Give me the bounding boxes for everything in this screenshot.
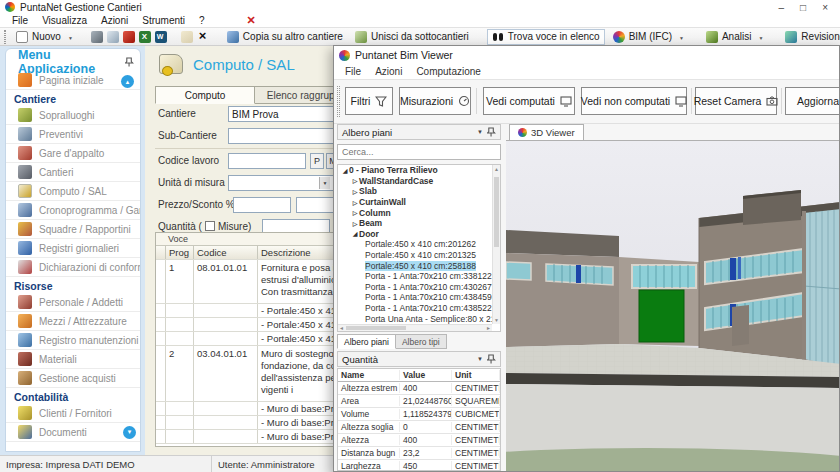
toolbar-close-icon[interactable]: ✕ [247, 14, 256, 27]
sidebar-item-dichiarazioni[interactable]: Dichiarazioni di conformità [6, 258, 140, 277]
revisione-button[interactable]: Revisione [781, 30, 840, 44]
bim-ifc-button[interactable]: BIM (IFC) [609, 30, 688, 44]
sidebar-item-cronoprogramma[interactable]: Cronoprogramma / Gantt [6, 201, 140, 220]
expander-icon[interactable]: ▷ [351, 177, 359, 184]
codice-p-button[interactable]: P [310, 153, 324, 169]
open-folder-icon[interactable] [181, 31, 193, 43]
sidebar-item-registri-giornalieri[interactable]: Registri giornalieri [6, 239, 140, 258]
tree-horizontal-scrollbar[interactable]: ◄► [338, 324, 492, 331]
sconto-input[interactable] [296, 197, 334, 213]
reset-camera-button[interactable]: Reset Camera [695, 87, 777, 115]
tree-leaf[interactable]: Porta - 1 Anta:70x210 cm:438522 [338, 303, 500, 314]
sidebar-item-mezzi[interactable]: Mezzi / Attrezzature [6, 312, 140, 331]
expander-icon[interactable]: ▷ [351, 220, 359, 227]
tab-albero-piani[interactable]: Albero piani [337, 334, 396, 349]
dialog-menu-file[interactable]: File [338, 66, 368, 77]
menu-help[interactable]: ? [193, 15, 211, 26]
tree-search-input[interactable] [337, 144, 501, 160]
toolbar-grip[interactable] [337, 86, 340, 117]
menu-strumenti[interactable]: Strumenti [136, 15, 191, 26]
copy-to-site-button[interactable]: Copia su altro cantiere [223, 30, 347, 44]
pin-icon[interactable] [487, 354, 496, 365]
col-name[interactable]: Name [338, 370, 400, 380]
tab-computo[interactable]: Computo [155, 86, 255, 104]
col-value[interactable]: Value [400, 370, 452, 380]
tree-leaf[interactable]: Portale:450 x 410 cm:201262 [338, 239, 500, 250]
scroll-up-icon[interactable]: ▲ [121, 75, 134, 88]
toolbar-grip[interactable] [4, 30, 6, 44]
sidebar-item-cantieri[interactable]: Cantieri [6, 163, 140, 182]
chevron-down-icon[interactable]: ▼ [477, 129, 483, 135]
sidebar-item-materiali[interactable]: Materiali [6, 350, 140, 369]
sidebar-item-registro-manutenzioni[interactable]: Registro manutenzioni [6, 331, 140, 350]
sidebar-item-gare-appalto[interactable]: Gare d'appalto [6, 144, 140, 163]
pin-icon[interactable] [487, 127, 496, 138]
expander-icon[interactable]: ▷ [351, 199, 359, 206]
quantity-panel-header[interactable]: Quantità ▼ [337, 351, 501, 367]
restore-button[interactable]: □ [800, 2, 806, 13]
tree-node-column[interactable]: ▷Column [338, 207, 500, 218]
col-codice[interactable]: Codice [194, 246, 258, 259]
tree-leaf[interactable]: Porta - 1 Anta:70x210 cm:338122 [338, 271, 500, 282]
new-button[interactable]: Nuovo [12, 30, 77, 44]
tree-panel-header[interactable]: Albero piani ▼ [337, 124, 501, 140]
misure-checkbox[interactable] [205, 221, 215, 231]
tree-leaf-selected[interactable]: Portale:450 x 410 cm:258188 [338, 260, 500, 271]
tree-node-slab[interactable]: ▷Slab [338, 186, 500, 197]
delete-icon[interactable] [197, 31, 209, 43]
sidebar-item-preventivi[interactable]: Preventivi [6, 125, 140, 144]
unita-misura-select[interactable] [228, 175, 334, 191]
chevron-down-icon[interactable]: ▼ [477, 356, 483, 362]
expander-icon[interactable]: ▷ [351, 188, 359, 195]
scroll-down-icon[interactable]: ▼ [123, 426, 136, 439]
vedi-computati-button[interactable]: Vedi computati [483, 87, 575, 115]
tree-node-wallstandardcase[interactable]: ▷WallStandardCase [338, 176, 500, 187]
prezzo-input[interactable] [233, 197, 291, 213]
col-unit[interactable]: Unit [452, 370, 500, 380]
menu-azioni[interactable]: Azioni [95, 15, 134, 26]
tree-node-root[interactable]: ◢0 - Piano Terra Rilievo [338, 165, 500, 176]
dialog-menu-computazione[interactable]: Computazione [409, 66, 487, 77]
analisi-button[interactable]: Analisi [702, 30, 767, 44]
tree-node-door[interactable]: ◢Door [338, 229, 500, 240]
find-item-button[interactable]: Trova voce in elenco [487, 29, 605, 45]
misurazioni-button[interactable]: Misurazioni [399, 87, 471, 115]
word-export-icon[interactable] [155, 31, 167, 43]
excel-export-icon[interactable] [139, 31, 151, 43]
tree-leaf[interactable]: Porta - 1 Anta:70x210 cm:438459 [338, 292, 500, 303]
menu-file[interactable]: File [6, 15, 34, 26]
sidebar-item-sopralluoghi[interactable]: Sopralluoghi [6, 106, 140, 125]
menu-visualizza[interactable]: Visualizza [36, 15, 93, 26]
vedi-non-computati-button[interactable]: Vedi non computati [581, 87, 687, 115]
close-button[interactable]: × [822, 2, 828, 13]
codice-lavoro-input[interactable] [228, 153, 306, 169]
3d-viewport[interactable] [506, 140, 839, 471]
dialog-titlebar[interactable]: Puntanet Bim Viewer [334, 46, 839, 64]
tree-vertical-scrollbar[interactable]: ▲▼ [492, 165, 500, 324]
tab-albero-tipi[interactable]: Albero tipi [396, 334, 447, 349]
tree-node-curtainwall[interactable]: ▷CurtainWall [338, 197, 500, 208]
tab-3d-viewer[interactable]: 3D Viewer [509, 124, 584, 140]
tree-leaf[interactable]: Portale:450 x 410 cm:201325 [338, 250, 500, 261]
sidebar-item-documenti[interactable]: Documenti▼ [6, 423, 140, 442]
filtri-button[interactable]: Filtri [345, 87, 393, 115]
pin-icon[interactable] [125, 57, 134, 68]
col-prog[interactable]: Prog [166, 246, 194, 259]
tree-leaf[interactable]: Porta - 1 Anta:70x210 cm:430267 [338, 282, 500, 293]
dialog-menu-azioni[interactable]: Azioni [368, 66, 409, 77]
aggiorna-button[interactable]: Aggiorna [785, 87, 840, 115]
expander-icon[interactable]: ◢ [341, 167, 349, 174]
tree-node-beam[interactable]: ▷Beam [338, 218, 500, 229]
merge-subsites-button[interactable]: Unisci da sottocantieri [351, 30, 473, 44]
sidebar-item-gestione-acquisti[interactable]: Gestione acquisti [6, 369, 140, 388]
sidebar-item-computo-sal[interactable]: Computo / SAL [6, 182, 140, 201]
print-preview-icon[interactable] [107, 31, 119, 43]
tree-leaf[interactable]: Porta Una Anta - Semplice:80 x 210 [338, 313, 500, 324]
printer-icon[interactable] [91, 31, 103, 43]
expander-icon[interactable]: ▷ [351, 209, 359, 216]
minimize-button[interactable]: – [779, 2, 785, 13]
sidebar-item-personale[interactable]: Personale / Addetti [6, 293, 140, 312]
pdf-export-icon[interactable] [123, 31, 135, 43]
expander-icon[interactable]: ◢ [351, 230, 359, 237]
sidebar-item-squadre[interactable]: Squadre / Rapportini [6, 220, 140, 239]
